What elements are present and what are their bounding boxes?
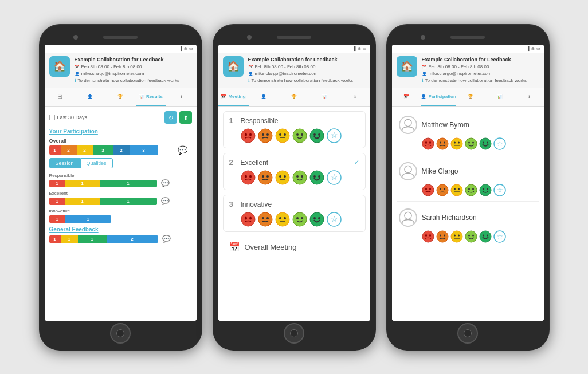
- home-button-2[interactable]: [284, 323, 304, 344]
- battery-icon-3: ▭: [536, 46, 540, 51]
- emoji-happy-1[interactable]: [292, 128, 307, 143]
- svg-point-100: [480, 231, 491, 242]
- p3-emoji-veryhappy[interactable]: [479, 230, 492, 243]
- app-title-2: Example Collaboration for Feedback: [248, 56, 366, 64]
- tab-meeting-3[interactable]: 📅: [392, 88, 421, 106]
- share-button-1[interactable]: ⬆: [179, 111, 192, 124]
- svg-point-87: [404, 212, 411, 219]
- general-feedback-title-1: General Feedback: [49, 226, 192, 233]
- tab-info-1[interactable]: ℹ: [166, 88, 197, 106]
- home-button-3[interactable]: [457, 323, 478, 344]
- p3-emoji-star[interactable]: ☆: [493, 230, 506, 243]
- filter-checkbox-1[interactable]: Last 30 Days: [49, 115, 88, 120]
- p1-emoji-happy[interactable]: [465, 137, 477, 150]
- svg-point-42: [284, 217, 286, 219]
- meeting-tab-icon-2: 📅: [221, 94, 226, 99]
- emoji-sad-2[interactable]: [258, 170, 273, 185]
- svg-point-52: [422, 138, 434, 149]
- p2-emoji-happy[interactable]: [465, 184, 477, 196]
- svg-point-77: [454, 188, 456, 190]
- p3-emoji-neutral[interactable]: [450, 230, 463, 243]
- p2-emoji-sad[interactable]: [436, 184, 449, 196]
- emoji-veryhappy-1[interactable]: [309, 128, 324, 143]
- wifi-icon-2: ⋒: [358, 46, 361, 51]
- session-tab-1[interactable]: Session: [49, 158, 80, 168]
- meeting-item-title-2: 2 Excellent ✓: [229, 158, 359, 167]
- emoji-veryhappy-2[interactable]: [309, 170, 324, 185]
- emoji-neutral-1[interactable]: [275, 128, 290, 143]
- tab-info-3[interactable]: ℹ: [515, 88, 544, 106]
- app-title-1: Example Collaboration for Feedback: [75, 56, 192, 64]
- tab-trophy-1[interactable]: 🏆: [105, 88, 136, 106]
- tab-participation-3[interactable]: 👤 Participation: [421, 88, 456, 106]
- tab-trophy-2[interactable]: 🏆: [279, 88, 309, 106]
- svg-point-17: [241, 171, 255, 184]
- emoji-happy-3[interactable]: [292, 212, 307, 227]
- p1-emoji-veryhappy[interactable]: [479, 137, 492, 150]
- svg-point-57: [444, 142, 445, 144]
- participation-tab-icon-3: 👤: [421, 94, 426, 99]
- svg-point-4: [262, 133, 264, 136]
- phone-top-bar-3: [392, 32, 544, 42]
- overall-meeting-calendar-icon: 📅: [229, 242, 240, 253]
- emoji-neutral-2[interactable]: [275, 170, 290, 185]
- emoji-sad-3[interactable]: [258, 212, 273, 227]
- info-icon-3: ℹ: [422, 78, 424, 84]
- checkbox-1[interactable]: [49, 115, 55, 120]
- p2-emoji-angry[interactable]: [422, 184, 434, 196]
- svg-point-47: [313, 217, 316, 219]
- tab-chart-2[interactable]: 📊: [309, 88, 340, 106]
- emoji-angry-3[interactable]: [241, 212, 256, 227]
- emoji-angry-1[interactable]: [241, 128, 256, 143]
- tab-info-2[interactable]: ℹ: [340, 88, 370, 106]
- p3-emoji-happy[interactable]: [465, 230, 477, 243]
- p1-emoji-star[interactable]: ☆: [493, 137, 506, 150]
- info-tab-icon-2: ℹ: [354, 94, 356, 99]
- user-icon-1: 👤: [75, 71, 80, 77]
- participant-row-matthew: Matthew Byrom: [397, 111, 539, 155]
- svg-text:☆: ☆: [496, 233, 503, 241]
- emoji-neutral-3[interactable]: [275, 212, 290, 227]
- emoji-happy-2[interactable]: [292, 170, 307, 185]
- emoji-angry-2[interactable]: [241, 170, 256, 185]
- emoji-star-2[interactable]: ☆: [327, 170, 342, 185]
- tab-trophy-3[interactable]: 🏆: [456, 88, 485, 106]
- p2-emoji-veryhappy[interactable]: [479, 184, 492, 196]
- emoji-star-1[interactable]: ☆: [327, 128, 342, 143]
- tab-grid-1[interactable]: ⊞: [45, 88, 75, 106]
- p3-emoji-sad[interactable]: [436, 230, 449, 243]
- p2-emoji-star[interactable]: ☆: [493, 184, 506, 196]
- trophy-icon-1: 🏆: [117, 94, 123, 99]
- tab-person-2[interactable]: 👤: [249, 88, 279, 106]
- emoji-veryhappy-3[interactable]: [309, 212, 324, 227]
- tab-results-1[interactable]: 📊 Results: [136, 88, 166, 106]
- home-button-1[interactable]: [110, 323, 131, 344]
- home-button-inner-2: [290, 329, 298, 337]
- p2-emoji-neutral[interactable]: [450, 184, 463, 196]
- p1-emoji-neutral[interactable]: [450, 137, 463, 150]
- svg-point-9: [293, 129, 307, 143]
- emoji-star-3[interactable]: ☆: [327, 212, 342, 227]
- wifi-icon-1: ⋒: [184, 46, 187, 51]
- p1-emoji-angry[interactable]: [422, 137, 434, 150]
- svg-point-92: [440, 235, 441, 237]
- svg-point-41: [279, 217, 281, 219]
- tab-chart-3[interactable]: 📊: [485, 88, 515, 106]
- nav-tabs-3: 📅 👤 Participation 🏆 📊 ℹ: [392, 88, 544, 107]
- quality-row-innovative-1: Innovative 1 1 💬: [49, 208, 192, 223]
- overall-meeting-text: Overall Meeting: [245, 243, 297, 251]
- svg-text:☆: ☆: [496, 186, 503, 194]
- svg-point-29: [310, 171, 324, 184]
- tab-person-1[interactable]: 👤: [75, 88, 105, 106]
- exc-comment-icon-1: 💬: [161, 197, 170, 205]
- refresh-button-1[interactable]: ↻: [164, 111, 177, 124]
- phone-top-bar-1: [45, 32, 197, 42]
- tab-meeting-2[interactable]: 📅 Meeting: [218, 88, 249, 106]
- p3-emoji-angry[interactable]: [422, 230, 434, 243]
- qualities-tab-1[interactable]: Qualities: [80, 158, 113, 168]
- emoji-sad-1[interactable]: [258, 128, 273, 143]
- p1-emoji-sad[interactable]: [436, 137, 449, 150]
- chart-icon-3: 📊: [497, 94, 503, 99]
- svg-point-25: [284, 175, 286, 178]
- meeting-name-2: Excellent: [241, 159, 351, 167]
